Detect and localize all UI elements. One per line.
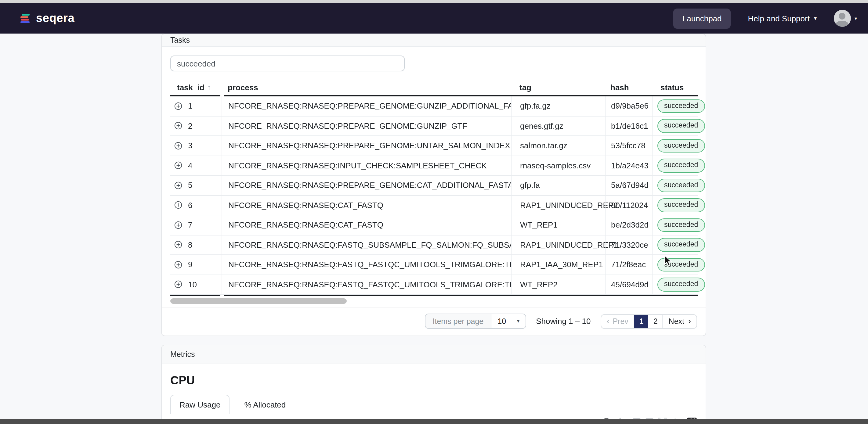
tag-cell: WT_REP1: [511, 215, 605, 235]
launchpad-button[interactable]: Launchpad: [673, 8, 731, 28]
items-per-page-label: Items per page: [426, 314, 492, 328]
sort-asc-icon: ↑: [208, 83, 211, 92]
task-id: 5: [188, 181, 192, 190]
table-row[interactable]: 5NFCORE_RNASEQ:RNASEQ:PREPARE_GENOME:CAT…: [170, 176, 698, 196]
task-table-header: task_id ↑ process tag hash: [170, 79, 698, 95]
column-header-tag[interactable]: tag: [511, 83, 605, 92]
bottom-edge-strip: [0, 419, 868, 424]
task-id: 9: [188, 260, 192, 269]
task-id-cell: 2: [170, 116, 222, 135]
task-id-cell: 6: [170, 196, 222, 215]
task-table-body: 1NFCORE_RNASEQ:RNASEQ:PREPARE_GENOME:GUN…: [170, 96, 698, 295]
table-row[interactable]: 10NFCORE_RNASEQ:RNASEQ:FASTQ_FASTQC_UMIT…: [170, 275, 698, 295]
prev-page-button[interactable]: ‹ Prev: [601, 315, 634, 328]
process-cell: NFCORE_RNASEQ:RNASEQ:PREPARE_GENOME:GUNZ…: [222, 96, 511, 116]
status-badge: succeeded: [657, 218, 705, 232]
help-and-support-menu[interactable]: Help and Support ▾: [748, 14, 817, 23]
seqera-brand[interactable]: seqera: [20, 11, 74, 25]
hash-cell: 80/112024: [605, 196, 652, 215]
status-cell: succeeded: [652, 116, 698, 135]
user-menu[interactable]: ▾: [834, 10, 857, 27]
table-row[interactable]: 2NFCORE_RNASEQ:RNASEQ:PREPARE_GENOME:GUN…: [170, 116, 698, 136]
status-cell: succeeded: [652, 275, 698, 294]
column-header-hash[interactable]: hash: [605, 83, 652, 92]
task-id-cell: 3: [170, 136, 222, 155]
table-row[interactable]: 7NFCORE_RNASEQ:RNASEQ:CAT_FASTQWT_REP1be…: [170, 215, 698, 235]
table-row[interactable]: 6NFCORE_RNASEQ:RNASEQ:CAT_FASTQRAP1_UNIN…: [170, 196, 698, 215]
page-button-1[interactable]: 1: [634, 315, 649, 328]
cpu-heading: CPU: [170, 374, 697, 387]
expand-task-icon[interactable]: [174, 161, 183, 170]
hash-cell: 1b/a24e43: [605, 156, 652, 175]
metrics-card: Metrics CPU Raw Usage % Allocated: [161, 345, 706, 424]
task-id: 10: [188, 280, 197, 289]
table-row[interactable]: 4NFCORE_RNASEQ:RNASEQ:INPUT_CHECK:SAMPLE…: [170, 156, 698, 176]
expand-task-icon[interactable]: [174, 102, 183, 110]
metrics-card-header: Metrics: [162, 345, 706, 364]
expand-task-icon[interactable]: [174, 261, 183, 269]
avatar: [834, 10, 851, 27]
hash-cell: 53/5fcc78: [605, 136, 652, 155]
expand-task-icon[interactable]: [174, 201, 183, 209]
process-cell: NFCORE_RNASEQ:RNASEQ:PREPARE_GENOME:UNTA…: [222, 136, 511, 155]
table-row[interactable]: 1NFCORE_RNASEQ:RNASEQ:PREPARE_GENOME:GUN…: [170, 96, 698, 116]
process-cell: NFCORE_RNASEQ:RNASEQ:FASTQ_FASTQC_UMITOO…: [222, 275, 511, 294]
status-cell: succeeded: [652, 235, 698, 254]
column-header-process[interactable]: process: [222, 83, 511, 92]
expand-task-icon[interactable]: [174, 221, 183, 229]
hash-cell: d9/9ba5e6: [605, 96, 652, 116]
status-cell: succeeded: [652, 255, 698, 274]
column-header-status[interactable]: status: [652, 83, 698, 92]
tab-percent-allocated[interactable]: % Allocated: [236, 395, 294, 414]
task-table: task_id ↑ process tag hash: [170, 79, 698, 296]
task-search-input[interactable]: [170, 56, 405, 71]
task-id-cell: 5: [170, 176, 222, 195]
tag-cell: RAP1_IAA_30M_REP1: [511, 255, 605, 274]
tag-cell: rnaseq-samples.csv: [511, 156, 605, 175]
status-badge: succeeded: [657, 119, 705, 133]
scrollbar-thumb[interactable]: [170, 298, 347, 304]
expand-task-icon[interactable]: [174, 241, 183, 249]
next-page-button[interactable]: Next ›: [662, 315, 696, 328]
brand-wordmark: seqera: [36, 11, 74, 25]
expand-task-icon[interactable]: [174, 280, 183, 289]
table-row[interactable]: 9NFCORE_RNASEQ:RNASEQ:FASTQ_FASTQC_UMITO…: [170, 255, 698, 275]
tasks-card-title: Tasks: [170, 36, 190, 44]
status-badge: succeeded: [657, 238, 705, 252]
table-row[interactable]: 3NFCORE_RNASEQ:RNASEQ:PREPARE_GENOME:UNT…: [170, 136, 698, 156]
expand-task-icon[interactable]: [174, 181, 183, 190]
items-per-page-select[interactable]: Items per page 10 ▾: [425, 314, 526, 329]
tab-raw-usage[interactable]: Raw Usage: [170, 395, 229, 414]
expand-task-icon[interactable]: [174, 122, 183, 130]
status-badge: succeeded: [657, 159, 705, 172]
expand-task-icon[interactable]: [174, 141, 183, 150]
browser-edge-strip: [0, 0, 868, 3]
pager: ‹ Prev 12 Next ›: [600, 314, 697, 328]
page-button-2[interactable]: 2: [649, 315, 662, 328]
caret-down-icon: ▾: [855, 15, 857, 21]
tag-cell: gfp.fa: [511, 176, 605, 195]
tag-cell: genes.gtf.gz: [511, 116, 605, 135]
tag-cell: RAP1_UNINDUCED_REP1: [511, 235, 605, 254]
divider: [162, 307, 706, 307]
process-cell: NFCORE_RNASEQ:RNASEQ:FASTQ_FASTQC_UMITOO…: [222, 255, 511, 274]
help-menu-label: Help and Support: [748, 14, 810, 23]
pager-pages: 12: [634, 315, 662, 328]
status-cell: succeeded: [652, 136, 698, 155]
task-id: 8: [188, 240, 192, 250]
task-id: 1: [188, 102, 192, 111]
hash-cell: 71/3320ce: [605, 235, 652, 254]
process-cell: NFCORE_RNASEQ:RNASEQ:FASTQ_SUBSAMPLE_FQ_…: [222, 235, 511, 254]
task-id: 7: [188, 221, 192, 230]
task-id-cell: 8: [170, 235, 222, 254]
horizontal-scrollbar[interactable]: [170, 298, 698, 304]
status-badge: succeeded: [657, 178, 705, 192]
hash-cell: 5a/67d94d: [605, 176, 652, 195]
status-badge: succeeded: [657, 139, 705, 153]
table-row[interactable]: 8NFCORE_RNASEQ:RNASEQ:FASTQ_SUBSAMPLE_FQ…: [170, 235, 698, 255]
column-header-task-id[interactable]: task_id ↑: [170, 83, 222, 92]
tasks-card: Tasks task_id ↑ process tag: [161, 34, 706, 336]
status-badge: succeeded: [657, 258, 705, 271]
showing-range-text: Showing 1 – 10: [536, 317, 591, 326]
caret-down-icon: ▾: [814, 15, 817, 21]
